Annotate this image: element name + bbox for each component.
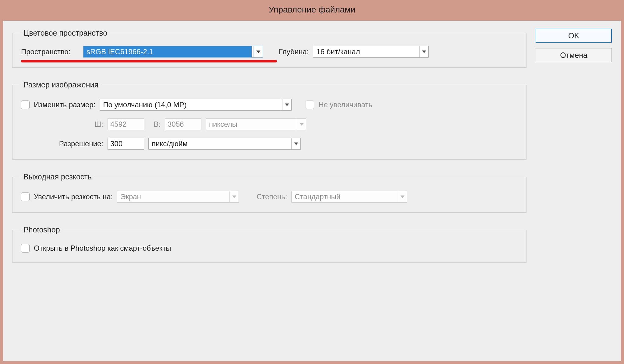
group-output-sharpen-legend: Выходная резкость: [21, 172, 94, 181]
depth-select[interactable]: 16 бит/канал: [313, 46, 429, 58]
chevron-down-icon: [254, 46, 263, 57]
chevron-down-icon: [419, 46, 428, 57]
sharpen-checkbox[interactable]: [21, 193, 30, 201]
no-upscale-checkbox: [306, 101, 314, 109]
resize-checkbox[interactable]: [21, 101, 30, 109]
svg-marker-2: [285, 104, 289, 106]
svg-marker-6: [400, 196, 405, 198]
resolution-unit-value: пикс/дюйм: [152, 140, 188, 148]
width-label: Ш:: [21, 120, 103, 129]
svg-marker-3: [300, 123, 304, 125]
height-input: 3056: [165, 118, 201, 130]
svg-marker-0: [256, 51, 261, 53]
ok-button[interactable]: OK: [536, 29, 612, 43]
resolution-label: Разрешение:: [21, 140, 103, 148]
chevron-down-icon: [297, 119, 306, 130]
resize-preset-select[interactable]: По умолчанию (14,0 MP): [100, 99, 292, 111]
cancel-button[interactable]: Отмена: [536, 48, 612, 62]
open-smart-objects-checkbox[interactable]: [21, 244, 30, 253]
width-input: 4592: [108, 118, 144, 130]
space-select-value: sRGB IEC61966-2.1: [83, 46, 252, 57]
size-unit-value: пикселы: [209, 120, 237, 129]
dialog-window: Управление файлами Цветовое пространство…: [0, 0, 624, 364]
sharpen-target-select: Экран: [117, 191, 239, 203]
group-color-space-legend: Цветовое пространство: [21, 29, 110, 37]
sharpen-label: Увеличить резкость на:: [34, 193, 113, 201]
open-smart-objects-label: Открыть в Photoshop как смарт-объекты: [34, 244, 171, 253]
group-output-sharpen: Выходная резкость Увеличить резкость на:…: [12, 172, 526, 213]
sharpen-amount-select: Стандартный: [291, 191, 407, 203]
svg-marker-1: [422, 51, 426, 53]
group-color-space: Цветовое пространство Пространство: sRGB…: [12, 29, 526, 68]
chevron-down-icon: [398, 191, 407, 202]
resolution-unit-select[interactable]: пикс/дюйм: [148, 138, 301, 150]
space-select[interactable]: sRGB IEC61966-2.1: [83, 46, 263, 58]
chevron-down-icon: [229, 191, 239, 202]
sharpen-amount-label: Степень:: [257, 193, 287, 201]
depth-label: Глубина:: [279, 48, 309, 56]
resolution-input[interactable]: 300: [108, 138, 144, 150]
options-pane: Цветовое пространство Пространство: sRGB…: [12, 29, 526, 352]
group-image-size: Размер изображения Изменить размер: По у…: [12, 80, 526, 160]
group-image-size-legend: Размер изображения: [21, 80, 101, 89]
space-label: Пространство:: [21, 48, 79, 56]
annotation-red-underline: [21, 60, 277, 62]
no-upscale-label: Не увеличивать: [318, 101, 372, 109]
height-label: В:: [148, 120, 161, 129]
size-unit-select: пикселы: [206, 118, 306, 130]
chevron-down-icon: [282, 99, 291, 110]
chevron-down-icon: [291, 138, 300, 149]
resize-preset-value: По умолчанию (14,0 MP): [103, 101, 186, 109]
sharpen-amount-value: Стандартный: [295, 193, 340, 201]
group-photoshop: Photoshop Открыть в Photoshop как смарт-…: [12, 225, 526, 263]
resize-label: Изменить размер:: [34, 101, 95, 109]
svg-marker-4: [294, 143, 298, 145]
title-bar: Управление файлами: [0, 0, 624, 19]
dialog-buttons: OK Отмена: [536, 29, 612, 352]
sharpen-target-value: Экран: [120, 193, 141, 201]
dialog-body: Цветовое пространство Пространство: sRGB…: [3, 21, 621, 361]
group-photoshop-legend: Photoshop: [21, 225, 62, 234]
svg-marker-5: [232, 196, 236, 198]
dialog-title: Управление файлами: [269, 5, 355, 15]
depth-select-value: 16 бит/канал: [316, 48, 360, 56]
